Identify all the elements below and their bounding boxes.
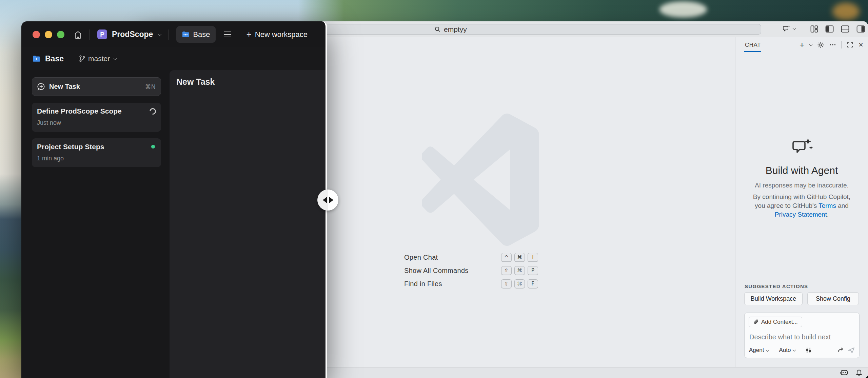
project-name: ProdScope (112, 30, 153, 39)
new-chat-button[interactable]: + (800, 41, 805, 48)
privacy-link[interactable]: Privacy Statement (775, 211, 827, 218)
ai-disclaimer: AI responses may be inaccurate. (755, 182, 849, 189)
send-icon[interactable] (847, 347, 855, 354)
more-actions-icon[interactable] (829, 41, 836, 48)
keycap: I (528, 253, 538, 262)
chevron-down-icon (766, 348, 769, 352)
toggle-secondary-sidebar-icon[interactable] (856, 25, 865, 33)
wallpaper-highlight (659, 1, 707, 18)
repo-bar: Base master (21, 47, 326, 70)
toggle-panel-icon[interactable] (841, 25, 849, 33)
project-switcher[interactable]: P ProdScope (97, 29, 161, 39)
empty-state-heading: Build with Agent (766, 165, 838, 176)
tab-chat[interactable]: CHAT (745, 42, 761, 48)
chat-composer[interactable]: Add Context... Describe what to build ne… (744, 313, 860, 358)
task-detail-panel: New Task @ (170, 70, 326, 378)
chat-sparkle-icon (791, 138, 813, 157)
wallpaper-orange-patch (832, 3, 860, 20)
folder-icon (32, 55, 41, 62)
task-list-item[interactable]: Project Setup Steps 1 min ago (32, 138, 161, 167)
active-tab-indicator (744, 51, 761, 52)
shortcut-row: Open Chat ^ ⌘ I (404, 253, 538, 262)
chevron-down-icon (114, 57, 117, 60)
new-task-button[interactable]: New Task ⌘N (32, 77, 161, 96)
divider (841, 41, 842, 48)
build-workspace-button[interactable]: Build Workspace (744, 292, 803, 305)
add-context-button[interactable]: Add Context... (749, 317, 802, 327)
folder-icon (182, 31, 190, 38)
task-list-item[interactable]: Define ProdScope Scope Just now (32, 103, 161, 132)
shortcut-label: Show All Commands (404, 267, 469, 275)
chevron-down-icon (158, 32, 162, 36)
mode-label: Agent (749, 347, 764, 354)
wallpaper-foliage (298, 0, 868, 24)
new-workspace-button[interactable]: + New workspace (246, 29, 308, 40)
branch-name: master (88, 55, 110, 63)
plus-icon: + (246, 29, 252, 40)
task-title: Project Setup Steps (37, 143, 156, 151)
zoom-window-button[interactable] (57, 31, 64, 38)
app-titlebar: P ProdScope Base + New workspac (21, 21, 326, 47)
search-icon (434, 26, 441, 33)
home-icon[interactable] (74, 30, 82, 39)
close-panel-icon[interactable]: × (859, 41, 863, 48)
shortcut-label: Find in Files (404, 280, 442, 288)
customize-layout-icon[interactable] (810, 25, 818, 33)
gear-icon[interactable] (817, 41, 824, 48)
shortcut-label: Open Chat (404, 254, 438, 261)
task-status-dot (151, 145, 155, 148)
keycap: ^ (501, 253, 512, 262)
tools-icon[interactable] (805, 347, 812, 354)
copilot-chat-panel: CHAT + (735, 37, 868, 367)
close-window-button[interactable] (33, 31, 40, 38)
keycap: ⇧ (501, 266, 512, 275)
keycap: ⌘ (514, 266, 525, 275)
terms-link[interactable]: Terms (818, 202, 836, 209)
task-time: 1 min ago (37, 155, 156, 162)
new-task-shortcut: ⌘N (145, 83, 156, 90)
task-time: Just now (37, 119, 156, 126)
minimize-window-button[interactable] (45, 31, 52, 38)
search-value: emptyy (444, 25, 467, 34)
mode-picker[interactable]: Agent (749, 347, 769, 354)
keycap: P (528, 266, 538, 275)
model-picker[interactable]: Auto (779, 347, 795, 354)
chat-input-placeholder[interactable]: Describe what to build next (749, 333, 831, 341)
page-title: New Task (176, 77, 215, 87)
model-label: Auto (779, 347, 791, 354)
split-drag-handle[interactable] (317, 190, 338, 211)
branch-picker[interactable]: master (79, 55, 116, 63)
copilot-chat-icon (783, 24, 791, 33)
arrow-left-icon (323, 197, 327, 203)
workspace-name: Base (45, 54, 64, 63)
task-title: Define ProdScope Scope (37, 107, 156, 115)
shortcut-row: Show All Commands ⇧ ⌘ P (404, 266, 538, 275)
chat-empty-state: Build with Agent AI responses may be ina… (735, 138, 868, 219)
new-task-icon (37, 83, 45, 91)
legal-text: By continuing with GitHub Copilot, you a… (749, 193, 855, 219)
copilot-menu-button[interactable] (783, 24, 795, 33)
window-controls (33, 31, 64, 38)
git-branch-icon (79, 55, 85, 62)
shortcut-row: Find in Files ⇧ ⌘ F (404, 279, 538, 289)
copilot-status-icon[interactable] (840, 369, 849, 377)
show-config-button[interactable]: Show Config (807, 292, 859, 305)
divider (90, 29, 90, 40)
add-context-label: Add Context... (761, 319, 798, 325)
divider (239, 29, 239, 40)
keycap: ⇧ (501, 279, 512, 289)
new-chat-dropdown-icon[interactable] (809, 43, 813, 46)
chevron-down-icon (793, 348, 796, 352)
tab-base[interactable]: Base (176, 26, 215, 43)
menu-icon[interactable] (224, 32, 231, 38)
chat-panel-header: CHAT + (735, 37, 868, 53)
new-workspace-label: New workspace (255, 30, 308, 39)
bell-icon[interactable] (855, 369, 863, 377)
voice-arrow-icon[interactable] (837, 347, 845, 354)
vscode-logo-watermark (422, 114, 539, 246)
watermark-shortcuts: Open Chat ^ ⌘ I Show All Commands ⇧ ⌘ P … (404, 253, 538, 289)
toggle-primary-sidebar-icon[interactable] (825, 25, 834, 33)
suggested-actions: Build Workspace Show Config (744, 292, 859, 305)
suggested-actions-heading: SUGGESTED ACTIONS (745, 283, 808, 289)
maximize-panel-icon[interactable] (847, 41, 853, 48)
